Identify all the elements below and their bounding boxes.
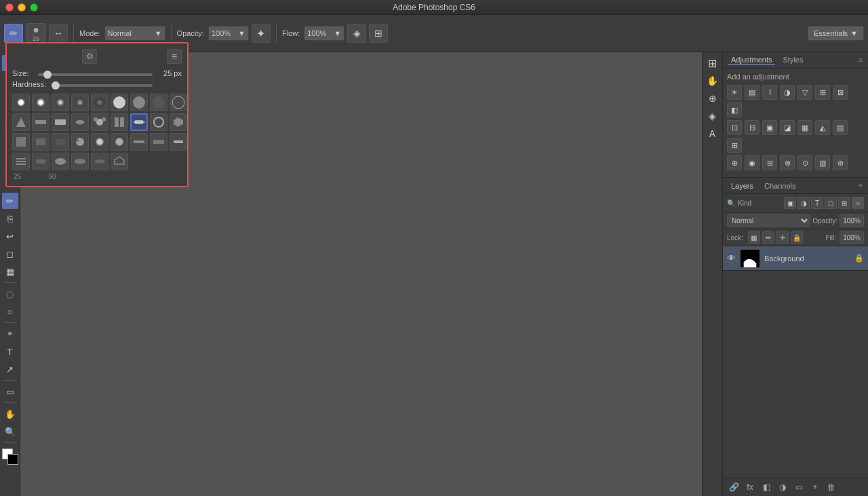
layer-filter-toggle[interactable]: ○ xyxy=(852,197,864,209)
brush-preset-11[interactable] xyxy=(32,113,50,131)
brush-preset-23[interactable] xyxy=(91,133,108,151)
brush-preset-1[interactable] xyxy=(12,94,30,111)
group-layers-button[interactable]: ▭ xyxy=(792,480,806,494)
brush-picker-gear-button[interactable]: ⚙ xyxy=(82,49,97,64)
zoom-tool[interactable]: 🔍 xyxy=(2,423,18,440)
fill-input[interactable] xyxy=(840,231,864,244)
layer-style-button[interactable]: fx xyxy=(743,480,757,494)
clone-stamp-tool[interactable]: ⎘ xyxy=(2,210,18,227)
workspace-selector[interactable]: Essentials ▼ xyxy=(808,26,864,41)
posterize-adj-icon[interactable]: ▦ xyxy=(797,120,812,135)
brush-preset-15[interactable] xyxy=(111,113,128,131)
stylus-pressure-button[interactable]: ◈ xyxy=(347,24,366,43)
mode-dropdown[interactable]: Normal ▼ xyxy=(104,26,165,41)
brush-preset-6[interactable] xyxy=(111,94,128,111)
adj-icon-extra-4[interactable]: ⊗ xyxy=(780,155,795,170)
background-color[interactable] xyxy=(7,454,18,465)
opacity-input[interactable] xyxy=(840,214,864,227)
adjustments-tab[interactable]: Adjustments xyxy=(728,56,775,65)
photo-filter-adj-icon[interactable]: ⊡ xyxy=(727,120,742,135)
levels-adj-icon[interactable]: ▤ xyxy=(745,85,760,100)
opacity-dropdown[interactable]: 100% ▼ xyxy=(208,26,249,41)
window-controls[interactable] xyxy=(5,3,38,12)
brush-preset-4[interactable] xyxy=(71,94,89,111)
panel-tool-3[interactable]: ⊕ xyxy=(705,90,721,107)
link-layers-button[interactable]: 🔗 xyxy=(727,480,741,494)
brush-preset-13[interactable] xyxy=(71,113,89,131)
vibrance-adj-icon[interactable]: ▽ xyxy=(797,85,812,100)
brightness-adj-icon[interactable]: ☀ xyxy=(727,85,742,100)
brush-preset-26[interactable] xyxy=(150,133,167,151)
lock-all-button[interactable]: 🔒 xyxy=(791,231,803,244)
channels-tab[interactable]: Channels xyxy=(762,182,798,190)
layer-filter-type[interactable]: T xyxy=(811,197,823,209)
airbrush-button[interactable]: ✦ xyxy=(252,24,271,43)
adj-collapse-button[interactable]: ≡ xyxy=(859,56,863,64)
adj-icon-extra-5[interactable]: ⊙ xyxy=(797,155,812,170)
adj-icon-extra-3[interactable]: ⊞ xyxy=(762,155,777,170)
brush-preset-31[interactable] xyxy=(71,153,89,170)
lock-image-button[interactable]: ✏ xyxy=(762,231,774,244)
layer-filter-smartobj[interactable]: ⊞ xyxy=(838,197,850,209)
layer-filter-adj[interactable]: ◑ xyxy=(797,197,810,209)
channel-mixer-adj-icon[interactable]: ⊟ xyxy=(745,120,760,135)
shape-tool[interactable]: ▭ xyxy=(2,383,18,400)
panel-tool-5[interactable]: A xyxy=(705,126,721,142)
styles-tab[interactable]: Styles xyxy=(781,56,806,65)
layer-visibility-icon[interactable]: 👁 xyxy=(727,253,736,263)
brush-preset-24[interactable] xyxy=(111,133,128,151)
brush-toggle-button[interactable]: ↔ xyxy=(49,24,68,43)
selective-color-adj-icon[interactable]: ⊞ xyxy=(727,138,742,153)
brush-preset-29[interactable] xyxy=(32,153,50,170)
adj-icon-extra-7[interactable]: ⊛ xyxy=(833,155,848,170)
layer-mask-button[interactable]: ◧ xyxy=(760,480,773,494)
layer-background[interactable]: 👁 Background 🔒 xyxy=(723,246,868,271)
brush-preset-33[interactable] xyxy=(111,153,128,170)
color-indicator[interactable] xyxy=(2,449,18,465)
brush-preset-25[interactable] xyxy=(130,133,148,151)
layers-collapse-button[interactable]: ≡ xyxy=(859,182,863,189)
brush-picker-extra-button[interactable]: ≡ xyxy=(167,49,182,64)
brush-preset-18[interactable] xyxy=(170,113,187,131)
size-slider[interactable] xyxy=(38,73,153,76)
brush-preset-picker[interactable]: ⊞ xyxy=(369,24,388,43)
brush-preset-14[interactable] xyxy=(91,113,108,131)
layer-filter-shape[interactable]: ◻ xyxy=(825,197,837,209)
lock-transparent-button[interactable]: ▦ xyxy=(748,231,760,244)
color-balance-adj-icon[interactable]: ⊠ xyxy=(833,85,848,100)
brush-tool-button[interactable]: ✏ xyxy=(4,24,23,43)
panel-tool-4[interactable]: ◈ xyxy=(705,108,721,124)
brush-preset-19[interactable] xyxy=(12,133,30,151)
brush-preset-21[interactable] xyxy=(52,133,69,151)
brush-size-indicator[interactable]: ● 25 xyxy=(26,23,46,43)
flow-dropdown[interactable]: 100% ▼ xyxy=(304,26,344,41)
brush-preset-10[interactable] xyxy=(12,113,30,131)
brush-preset-3[interactable] xyxy=(52,94,69,111)
brush-preset-9[interactable] xyxy=(170,94,187,111)
minimize-button[interactable] xyxy=(18,3,26,12)
color-lookup-adj-icon[interactable]: ▣ xyxy=(762,120,777,135)
brush-preset-20[interactable] xyxy=(32,133,50,151)
brush-preset-16[interactable] xyxy=(130,113,148,131)
brush-preset-27[interactable] xyxy=(170,133,187,151)
brush-preset-32[interactable] xyxy=(91,153,108,170)
blend-mode-select[interactable]: Normal xyxy=(727,214,810,227)
brush-preset-7[interactable] xyxy=(130,94,148,111)
lock-position-button[interactable]: ✛ xyxy=(776,231,789,244)
adj-icon-extra-1[interactable]: ⊕ xyxy=(727,155,742,170)
type-tool[interactable]: T xyxy=(2,343,18,360)
brush-preset-2[interactable] xyxy=(32,94,50,111)
brush-preset-5[interactable] xyxy=(91,94,108,111)
brush-preset-8[interactable] xyxy=(150,94,167,111)
bw-adj-icon[interactable]: ◧ xyxy=(727,102,742,117)
gradient-tool[interactable]: ▦ xyxy=(2,263,18,280)
hardness-slider[interactable] xyxy=(52,84,153,87)
delete-layer-button[interactable]: 🗑 xyxy=(825,480,838,494)
layers-tab[interactable]: Layers xyxy=(728,182,756,190)
layer-filter-pixel[interactable]: ▣ xyxy=(784,197,796,209)
curves-adj-icon[interactable]: ⌇ xyxy=(762,85,777,100)
new-layer-button[interactable]: + xyxy=(808,480,822,494)
brush-tool[interactable]: ✏ xyxy=(2,193,18,209)
brush-preset-30[interactable] xyxy=(52,153,69,170)
hsl-adj-icon[interactable]: ⊞ xyxy=(815,85,830,100)
